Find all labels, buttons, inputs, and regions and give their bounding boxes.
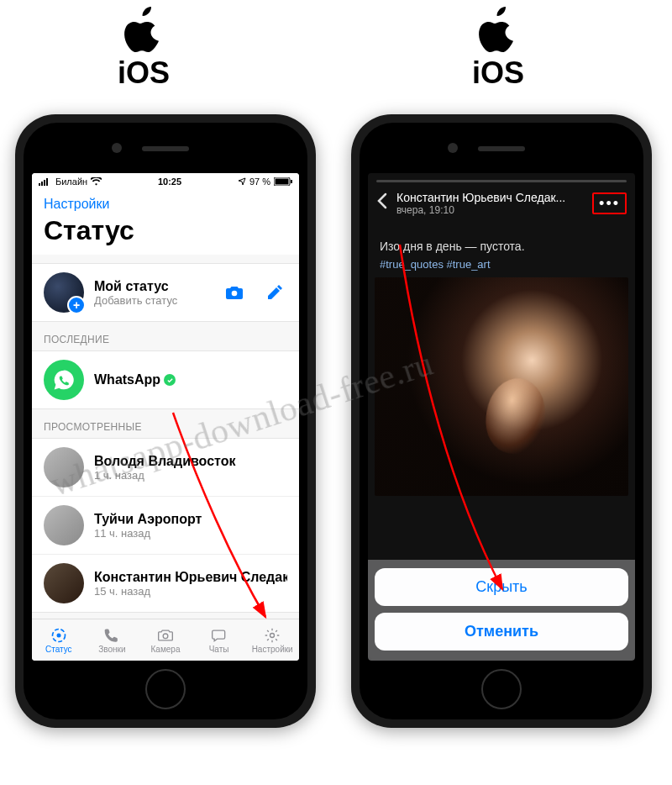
tab-chats[interactable]: Чаты [192, 619, 246, 661]
story-time: вчера, 19:10 [396, 204, 584, 216]
back-button[interactable] [376, 192, 388, 214]
cancel-button[interactable]: Отменить [375, 613, 628, 651]
tab-status[interactable]: Статус [32, 619, 86, 661]
status-name: Туйчи Аэропорт [94, 512, 287, 527]
whatsapp-avatar [44, 360, 84, 400]
svg-rect-0 [39, 183, 40, 186]
battery-icon [274, 177, 292, 186]
ios-label-left: iOS [118, 7, 170, 91]
svg-rect-5 [276, 179, 289, 185]
phone-icon [102, 627, 122, 644]
svg-rect-1 [41, 182, 43, 186]
my-status-title: Мой статус [94, 279, 212, 294]
action-sheet: Скрыть Отменить [368, 560, 635, 661]
ios-label-right: iOS [472, 7, 524, 91]
home-button[interactable] [145, 669, 186, 709]
svg-point-11 [270, 633, 275, 637]
ellipsis-icon: ••• [599, 195, 620, 212]
my-status-avatar [44, 272, 84, 313]
svg-rect-2 [44, 180, 45, 186]
nav-back-settings[interactable]: Настройки [32, 190, 299, 213]
story-caption: Изо дня в день — пустота. [368, 221, 635, 258]
status-name: WhatsApp [94, 372, 160, 387]
clock-label: 10:25 [158, 176, 181, 187]
gear-icon [262, 627, 282, 644]
hide-button[interactable]: Скрыть [375, 568, 628, 606]
story-author: Константин Юрьевич Следак... [396, 191, 584, 204]
svg-point-10 [163, 634, 168, 639]
signal-icon [39, 177, 52, 186]
phone-right: Константин Юрьевич Следак... вчера, 19:1… [351, 114, 652, 728]
tab-calls[interactable]: Звонки [86, 619, 139, 661]
tab-camera[interactable]: Камера [139, 619, 192, 661]
status-time: 11 ч. назад [94, 527, 287, 540]
contact-avatar [44, 563, 84, 603]
carrier-label: Билайн [55, 176, 87, 187]
story-tags: #true_quotes #true_art [368, 258, 635, 277]
status-bar: Билайн 10:25 97 % [32, 173, 299, 190]
tab-bar: Статус Звонки Камера Чаты Настройки [32, 619, 299, 661]
tab-settings[interactable]: Настройки [245, 619, 299, 661]
status-row[interactable]: Туйчи Аэропорт 11 ч. назад [32, 496, 299, 554]
verified-icon [164, 374, 176, 386]
section-recent: ПОСЛЕДНИЕ [32, 322, 299, 350]
contact-avatar [44, 505, 84, 545]
more-options-button[interactable]: ••• [592, 192, 627, 214]
chevron-left-icon [376, 192, 388, 209]
whatsapp-icon [52, 368, 76, 392]
camera-status-button[interactable] [222, 280, 247, 305]
my-status-row[interactable]: Мой статус Добавить статус [32, 264, 299, 321]
status-row[interactable]: Константин Юрьевич Следак... 15 ч. назад [32, 554, 299, 612]
location-icon [238, 177, 246, 186]
status-name: Константин Юрьевич Следак... [94, 570, 287, 585]
home-button[interactable] [481, 669, 522, 709]
pencil-icon [266, 284, 283, 301]
status-tab-icon [49, 627, 69, 644]
battery-label: 97 % [249, 176, 270, 187]
page-title: Статус [32, 213, 299, 255]
svg-rect-3 [46, 178, 48, 186]
edit-status-button[interactable] [262, 280, 287, 305]
apple-icon [122, 7, 165, 54]
svg-point-7 [232, 291, 238, 297]
svg-rect-6 [291, 180, 292, 183]
wifi-icon [91, 177, 102, 186]
status-time: 15 ч. назад [94, 585, 287, 598]
svg-point-9 [56, 633, 60, 637]
camera-icon [225, 284, 244, 301]
apple-icon [476, 7, 520, 54]
chats-icon [209, 627, 229, 644]
my-status-subtitle: Добавить статус [94, 294, 212, 307]
camera-tab-icon [155, 627, 176, 644]
screen-status-viewer: Константин Юрьевич Следак... вчера, 19:1… [368, 173, 635, 661]
